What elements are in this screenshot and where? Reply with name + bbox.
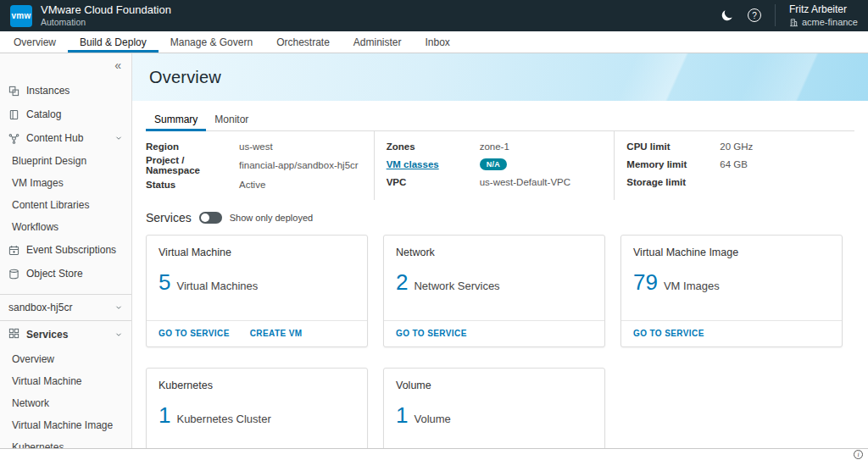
summary-info-grid: Region us-west Project / Namespace finan…: [146, 131, 854, 200]
toggle-label: Show only deployed: [230, 213, 313, 223]
field-value: Active: [239, 180, 265, 190]
summary-row-cpu-limit: CPU limit 20 GHz: [626, 137, 844, 155]
field-label: Memory limit: [626, 159, 720, 169]
card-title: Volume: [384, 369, 604, 391]
card-kubernetes: Kubernetes 1 Kubernetes Cluster: [146, 368, 368, 460]
user-name: Fritz Arbeiter: [789, 3, 858, 15]
sidebar-item-services-virtual-machine[interactable]: Virtual Machine: [0, 370, 131, 392]
field-value: us-west-Default-VPC: [480, 177, 570, 187]
brand-titles: VMware Cloud Foundation Automation: [41, 4, 171, 27]
field-label: Status: [146, 180, 239, 190]
field-label: Storage limit: [626, 177, 720, 187]
summary-row-region: Region us-west: [146, 137, 364, 155]
app-header: vmw VMware Cloud Foundation Automation ?…: [0, 0, 868, 31]
field-label: VPC: [387, 177, 480, 187]
card-count-unit: Network Services: [414, 280, 499, 292]
card-volume: Volume 1 Volume: [383, 368, 605, 460]
status-bar: i: [0, 448, 868, 460]
tab-build-deploy[interactable]: Build & Deploy: [68, 31, 159, 53]
sidebar-item-catalog[interactable]: Catalog: [0, 103, 131, 126]
project-selector[interactable]: sandbox-hj5cr: [0, 294, 131, 321]
summary-column: CPU limit 20 GHz Memory limit 64 GB Stor…: [614, 131, 854, 200]
sidebar-item-label: Content Hub: [26, 132, 83, 144]
project-selector-value: sandbox-hj5cr: [8, 302, 72, 313]
sidebar-item-object-store[interactable]: Object Store: [0, 262, 131, 285]
event-subscriptions-icon: [8, 245, 19, 256]
catalog-icon: [8, 109, 19, 120]
summary-row-vpc: VPC us-west-Default-VPC: [387, 173, 604, 191]
field-value: us-west: [239, 141, 273, 152]
services-header-row: Services Show only deployed: [146, 211, 854, 224]
card-count: 1: [159, 402, 170, 429]
tab-overview[interactable]: Overview: [2, 31, 68, 53]
summary-column: Region us-west Project / Namespace finan…: [146, 131, 374, 200]
info-icon[interactable]: i: [854, 450, 863, 459]
dark-mode-moon-icon[interactable]: [721, 8, 734, 22]
create-vm-link[interactable]: CREATE VM: [250, 329, 303, 338]
sidebar-item-label: Object Store: [26, 268, 83, 280]
building-icon: [789, 18, 798, 27]
sidebar-item-event-subscriptions[interactable]: Event Subscriptions: [0, 238, 131, 262]
tab-administer[interactable]: Administer: [342, 31, 414, 53]
sidebar-item-content-hub[interactable]: Content Hub: [0, 126, 131, 150]
app-title: VMware Cloud Foundation: [41, 4, 171, 17]
page-banner: Overview: [132, 53, 868, 101]
services-children: Overview Virtual Machine Network Virtual…: [0, 348, 131, 460]
card-count: 5: [159, 269, 170, 296]
field-label: Region: [146, 141, 239, 152]
summary-row-project-namespace: Project / Namespace financial-app/sandbo…: [146, 155, 364, 175]
content-hub-icon: [8, 133, 19, 144]
tab-orchestrate[interactable]: Orchestrate: [264, 31, 342, 53]
field-label: CPU limit: [626, 141, 720, 152]
summary-row-status: Status Active: [146, 175, 364, 193]
sidebar-collapse-icon[interactable]: «: [0, 57, 131, 79]
sidebar-item-services-network[interactable]: Network: [0, 392, 131, 414]
na-badge: N/A: [480, 158, 507, 170]
field-value: zone-1: [480, 141, 509, 152]
help-icon[interactable]: ?: [748, 8, 761, 22]
sidebar-item-blueprint-design[interactable]: Blueprint Design: [0, 150, 131, 172]
tab-summary[interactable]: Summary: [146, 108, 206, 131]
go-to-service-link[interactable]: GO TO SERVICE: [396, 329, 467, 338]
card-count: 1: [396, 402, 408, 429]
card-count-unit: VM Images: [664, 280, 720, 292]
chevron-down-icon: [114, 134, 123, 142]
vm-classes-link[interactable]: VM classes: [387, 159, 480, 169]
sidebar-item-instances[interactable]: Instances: [0, 79, 131, 103]
vmware-logo[interactable]: vmw: [10, 5, 32, 27]
tab-inbox[interactable]: Inbox: [414, 31, 462, 53]
sidebar-group-services[interactable]: Services: [0, 321, 131, 348]
sidebar-item-vm-images[interactable]: VM Images: [0, 172, 131, 194]
field-value: financial-app/sandbox-hj5cr: [239, 160, 359, 170]
field-value: 64 GB: [720, 159, 748, 169]
show-only-deployed-toggle[interactable]: [199, 212, 222, 224]
summary-row-vm-classes: VM classes N/A: [387, 155, 604, 173]
tab-manage-govern[interactable]: Manage & Govern: [159, 31, 264, 53]
page-title: Overview: [149, 68, 221, 87]
field-value: 20 GHz: [720, 141, 753, 152]
chevron-down-icon: [114, 303, 123, 312]
services-icon: [8, 328, 19, 341]
tab-monitor[interactable]: Monitor: [206, 108, 257, 131]
summary-row-memory-limit: Memory limit 64 GB: [626, 155, 844, 173]
card-title: Virtual Machine: [147, 236, 367, 258]
sidebar-item-label: Catalog: [26, 108, 61, 120]
services-title: Services: [146, 211, 192, 224]
card-virtual-machine: Virtual Machine 5 Virtual Machines GO TO…: [146, 235, 368, 347]
card-title: Virtual Machine Image: [621, 236, 842, 258]
go-to-service-link[interactable]: GO TO SERVICE: [633, 329, 704, 338]
user-menu[interactable]: Fritz Arbeiter acme-finance: [789, 3, 858, 28]
sidebar-item-label: Event Subscriptions: [26, 244, 116, 256]
go-to-service-link[interactable]: GO TO SERVICE: [159, 329, 230, 338]
card-count-unit: Kubernetes Cluster: [176, 413, 270, 425]
sidebar-item-workflows[interactable]: Workflows: [0, 216, 131, 238]
card-count-unit: Virtual Machines: [176, 280, 258, 292]
sidebar-item-content-libraries[interactable]: Content Libraries: [0, 194, 131, 216]
app-window: vmw VMware Cloud Foundation Automation ?…: [0, 0, 868, 460]
sidebar-item-services-overview[interactable]: Overview: [0, 348, 131, 370]
card-network: Network 2 Network Services GO TO SERVICE: [383, 235, 605, 347]
summary-row-storage-limit: Storage limit: [626, 173, 844, 191]
service-cards-grid: Virtual Machine 5 Virtual Machines GO TO…: [146, 235, 854, 460]
sidebar: « Instances Catalog Content Hub: [0, 53, 132, 460]
sidebar-item-services-vm-image[interactable]: Virtual Machine Image: [0, 414, 131, 436]
